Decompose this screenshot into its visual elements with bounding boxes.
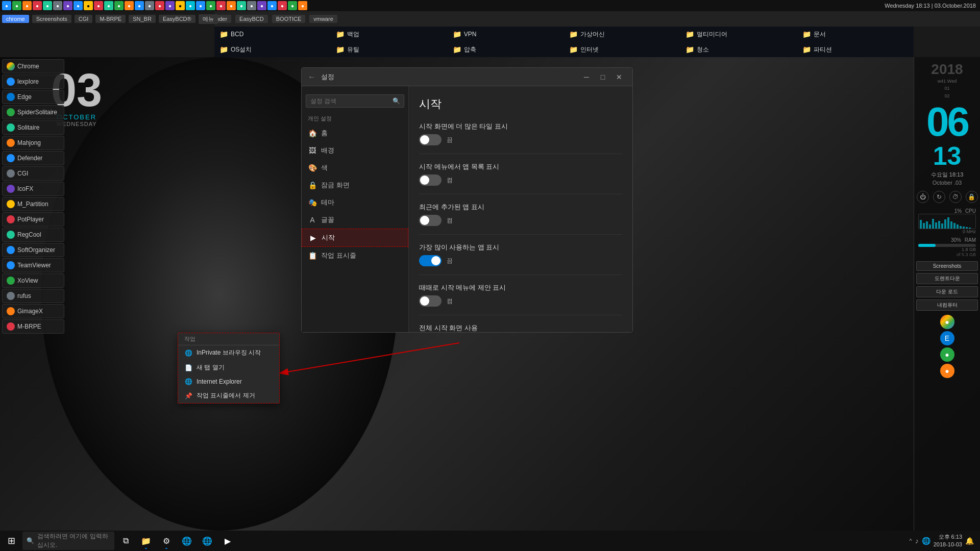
sidebar-item-icofx[interactable]: IcoFX — [2, 182, 64, 196]
folder-item-인터넷[interactable]: 📁인터넷 — [564, 42, 680, 57]
sidebar-item-spidersolitaire[interactable]: SpiderSolitaire — [2, 105, 64, 119]
maximize-button[interactable]: □ — [596, 71, 610, 83]
search-taskbar-button[interactable]: 🔍검색하려면 여기에 입력하십시오. — [22, 532, 114, 550]
top-icon-7[interactable]: ● — [63, 1, 72, 10]
easybcd-button[interactable]: EasyBCD — [235, 15, 268, 23]
folder-item-백업[interactable]: 📁백업 — [331, 27, 447, 42]
top-icon-3[interactable]: ● — [22, 1, 32, 10]
sidebar-item-teamviewer[interactable]: TeamViewer — [2, 258, 64, 272]
folder-item-BCD[interactable]: 📁BCD — [214, 27, 331, 42]
bootice-button[interactable]: BOOTICE — [272, 15, 306, 23]
minimize-button[interactable]: ─ — [579, 71, 594, 83]
taskbar-clock[interactable]: 오후 6:13 2018-10-03 — [934, 533, 962, 549]
easybcd2-btn[interactable]: EasyBCD® — [159, 15, 195, 23]
right-app-btn-3[interactable]: 내컴퓨터 — [916, 299, 978, 311]
folder-item-OS설치[interactable]: 📁OS설치 — [214, 42, 331, 57]
sidebar-item-xoview[interactable]: XoView — [2, 273, 64, 288]
toggle-0[interactable] — [419, 134, 442, 145]
folder-item-가상머신[interactable]: 📁가상머신 — [564, 27, 680, 42]
top-icon-29[interactable]: ● — [288, 1, 297, 10]
context-menu-item-3[interactable]: 📌작업 표시줄에서 제거 — [178, 388, 279, 403]
right-app-btn-0[interactable]: Screenshots — [916, 261, 978, 271]
top-icon-25[interactable]: ● — [247, 1, 256, 10]
top-icon-13[interactable]: ● — [125, 1, 134, 10]
top-icon-4[interactable]: ● — [33, 1, 42, 10]
task-view-button[interactable]: ⧉ — [116, 532, 135, 550]
top-icon-2[interactable]: ● — [12, 1, 21, 10]
sidebar-item-gimagex[interactable]: GimageX — [2, 304, 64, 318]
nav-item-테마[interactable]: 🎭테마 — [302, 194, 408, 211]
sidebar-item-lexplore[interactable]: lexplore — [2, 74, 64, 89]
top-icon-1[interactable]: ● — [2, 1, 11, 10]
top-icon-6[interactable]: ● — [53, 1, 62, 10]
settings-search-input[interactable] — [306, 94, 404, 108]
nav-item-작업 표시줄[interactable]: 📋작업 표시줄 — [302, 247, 408, 264]
sidebar-item-mahjong[interactable]: Mahjong — [2, 136, 64, 150]
right-app-btn-2[interactable]: 다운 로드 — [916, 286, 978, 297]
top-icon-15[interactable]: ● — [145, 1, 154, 10]
nav-item-글꼴[interactable]: A글꼴 — [302, 211, 408, 229]
top-icon-14[interactable]: ● — [135, 1, 144, 10]
sidebar-item-rufus[interactable]: rufus — [2, 289, 64, 303]
menu-btn[interactable]: 메뉴 — [199, 14, 218, 24]
cgi-btn[interactable]: CGI — [75, 15, 93, 23]
nav-item-배경[interactable]: 🖼배경 — [302, 142, 408, 159]
top-icon-24[interactable]: ● — [237, 1, 246, 10]
right-orange-icon[interactable]: ● — [940, 364, 954, 378]
tray-speaker-icon[interactable]: ♪ — [915, 537, 919, 545]
right-app-btn-1[interactable]: 도렌트다운 — [916, 273, 978, 284]
mbrpe-btn[interactable]: M-BRPE — [95, 15, 126, 23]
chrome-btn[interactable]: chrome — [2, 15, 29, 23]
top-icon-26[interactable]: ● — [257, 1, 266, 10]
top-icon-11[interactable]: ● — [104, 1, 113, 10]
sidebar-item-regcool[interactable]: RegCool — [2, 228, 64, 242]
nav-item-홈[interactable]: 🏠홈 — [302, 124, 408, 142]
snbr-btn[interactable]: SN_BR — [129, 15, 156, 23]
sidebar-item-potplayer[interactable]: PotPlayer — [2, 212, 64, 227]
vmware-button[interactable]: vmware — [309, 15, 337, 23]
top-icon-12[interactable]: ● — [114, 1, 124, 10]
sidebar-item-defender[interactable]: Defender — [2, 151, 64, 165]
power-button[interactable]: ⏻ — [917, 191, 929, 203]
top-icon-30[interactable]: ● — [298, 1, 307, 10]
sidebar-item-softorganizer[interactable]: SoftOrganizer — [2, 243, 64, 257]
toggle-3[interactable] — [419, 255, 442, 266]
sidebar-item-chrome[interactable]: Chrome — [2, 59, 64, 73]
top-icon-19[interactable]: ● — [186, 1, 195, 10]
top-icon-10[interactable]: ● — [94, 1, 103, 10]
top-icon-27[interactable]: ● — [267, 1, 277, 10]
top-icon-23[interactable]: ● — [227, 1, 236, 10]
sidebar-item-solitaire[interactable]: Solitaire — [2, 120, 64, 135]
media-taskbar-button[interactable]: ▶ — [218, 532, 237, 550]
right-green-icon[interactable]: ● — [940, 347, 954, 362]
timer-button[interactable]: ⏱ — [949, 191, 962, 203]
context-menu-item-2[interactable]: 🌐Internet Explorer — [178, 375, 279, 388]
nav-item-색[interactable]: 🎨색 — [302, 159, 408, 177]
top-icon-22[interactable]: ● — [216, 1, 226, 10]
top-icon-8[interactable]: ● — [74, 1, 83, 10]
sidebar-item-cgi[interactable]: CGI — [2, 166, 64, 181]
right-edge-icon[interactable]: E — [940, 331, 954, 345]
top-icon-5[interactable]: ● — [43, 1, 52, 10]
settings-taskbar-button[interactable]: ⚙ — [157, 532, 176, 550]
sidebar-item-m-brpe[interactable]: M-BRPE — [2, 319, 64, 334]
sidebar-item-m_partition[interactable]: M_Partition — [2, 197, 64, 211]
tray-up-icon[interactable]: ^ — [910, 538, 912, 544]
folder-item-압축[interactable]: 📁압축 — [448, 42, 564, 57]
file-explorer-button[interactable]: 📁 — [137, 532, 155, 550]
context-menu-item-0[interactable]: 🌐InPrivate 브라우징 시작 — [178, 345, 279, 360]
top-icon-16[interactable]: ● — [155, 1, 164, 10]
browser-taskbar-button2[interactable]: 🌐 — [198, 532, 216, 550]
top-icon-9[interactable]: ● — [84, 1, 93, 10]
toggle-4[interactable] — [419, 295, 442, 307]
settings-back-button[interactable]: ← — [308, 72, 316, 82]
nav-item-잠금 화면[interactable]: 🔒잠금 화면 — [302, 177, 408, 194]
top-icon-21[interactable]: ● — [206, 1, 215, 10]
nav-item-시작[interactable]: ▶시작 — [302, 229, 408, 247]
tray-network-icon[interactable]: 🌐 — [922, 537, 930, 545]
top-icon-18[interactable]: ● — [176, 1, 185, 10]
screenshots-btn[interactable]: Screenshots — [32, 15, 71, 23]
top-icon-28[interactable]: ● — [278, 1, 287, 10]
folder-item-VPN[interactable]: 📁VPN — [448, 27, 564, 42]
toggle-1[interactable] — [419, 174, 442, 186]
